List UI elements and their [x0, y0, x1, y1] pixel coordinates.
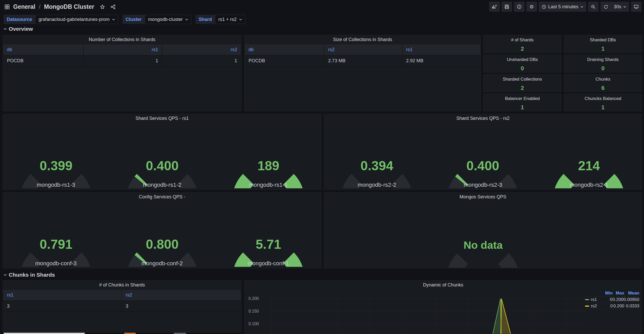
dashboard-settings-button[interactable]: ⚙ — [526, 2, 537, 12]
chevron-down-icon — [185, 18, 188, 21]
gauge-arc: 189 — [231, 122, 306, 188]
kiosk-mode-button[interactable] — [631, 2, 641, 12]
share-icon[interactable] — [111, 4, 115, 9]
cluster-value: mongodb-cluster — [148, 17, 183, 22]
gauge-value: 5.71 — [255, 237, 281, 252]
panel-title[interactable]: Number of Collections in Shards — [3, 35, 241, 44]
save-dashboard-button[interactable] — [502, 2, 512, 12]
panel-title[interactable]: # of Chunks in Shards — [3, 281, 241, 289]
panel-title[interactable]: Config Services QPS - — [3, 192, 321, 201]
panel-qps-rs2: Shard Services QPS - rs2 0.394 mongodb-r… — [324, 114, 642, 190]
series-name: rs2 — [591, 304, 597, 309]
gauge-label: mongodb-conf-1 — [216, 260, 321, 267]
y-axis-tick: 0.150 — [245, 309, 259, 314]
series-mean: 0.0333 — [624, 304, 639, 309]
gauge-arc: 0.791 — [19, 200, 94, 267]
stat-title[interactable]: # of Shards — [483, 37, 561, 43]
stat-value: 1 — [564, 45, 642, 52]
gauge-value: 214 — [578, 158, 600, 173]
no-data-label: No data — [463, 239, 503, 251]
refresh-interval-dropdown[interactable]: 30s — [611, 2, 629, 12]
variables-row: Datasource grafanacloud-gabrielantunes-p… — [4, 15, 245, 24]
legend-col-mean[interactable]: Mean — [624, 291, 639, 296]
chevron-down-icon — [112, 18, 115, 21]
gauge-arc: 5.71 — [231, 200, 306, 267]
cell-db: POCDB — [3, 56, 84, 67]
add-panel-button[interactable] — [489, 2, 500, 12]
table-row: POCDB 1 1 — [3, 56, 241, 67]
dashboards-grid-icon[interactable] — [5, 4, 10, 9]
legend-header: Min Max Mean — [585, 290, 639, 296]
y-axis-tick: 0.100 — [245, 322, 259, 326]
stat-title[interactable]: Balancer Enabled — [483, 96, 561, 101]
gauge-mongodb-conf-1: 5.71 mongodb-conf-1 — [216, 200, 321, 268]
table-collections-size: db rs2 rs1 POCDB 2.73 MB 2.92 MB — [245, 44, 480, 67]
gauge-label: mongodb-rs1-2 — [110, 182, 215, 188]
column-header-rs1[interactable]: rs1 — [3, 290, 122, 301]
stat-title[interactable]: Chunks — [564, 77, 642, 82]
stat-title[interactable]: Chuncks Balanced — [564, 96, 642, 101]
stat-title[interactable]: Unsharded DBs — [483, 57, 561, 62]
column-header-rs2[interactable]: rs2 — [122, 290, 241, 301]
row-header-overview[interactable]: Overview — [4, 26, 33, 32]
gauge-mongodb-rs1-2: 0.400 mongodb-rs1-2 — [110, 122, 215, 189]
gauge-value: 0.791 — [40, 237, 72, 252]
gauge-label: mongodb-rs2-2 — [324, 182, 429, 188]
panel-dynamic-chunks: Dynamic of Chunks 0.200 0.150 0.100 Min … — [244, 280, 642, 334]
cell-rs1: 3 — [3, 301, 122, 312]
column-header-rs1[interactable]: rs1 — [402, 44, 480, 56]
refresh-button[interactable] — [601, 2, 611, 12]
cell-rs1: 2.92 MB — [402, 56, 480, 67]
series-swatch — [585, 299, 589, 300]
clock-icon — [542, 5, 546, 9]
gauge-mongodb-conf-3: 0.791 mongodb-conf-3 — [3, 200, 108, 268]
row-header-label: Overview — [9, 26, 33, 32]
gauge-arc: No data — [440, 200, 526, 268]
gauge-mongos-no-data: No data — [324, 200, 642, 268]
legend-col-min[interactable]: Min — [601, 291, 613, 296]
cutoff-scrollbar-thumb[interactable] — [4, 333, 85, 334]
time-range-picker[interactable]: Last 5 minutes — [539, 2, 586, 12]
legend-col-max[interactable]: Max — [613, 291, 624, 296]
gauge-value: 0.394 — [361, 158, 393, 173]
stat-panel-sharded-dbs: Sharded DBs 1 — [564, 35, 642, 53]
stat-title[interactable]: Sharded Collections — [483, 77, 561, 82]
shard-dropdown[interactable]: rs1 + rs2 — [215, 15, 245, 24]
stat-panel-chunks: Chunks 6 — [564, 74, 642, 92]
stat-title[interactable]: Draining Shards — [564, 57, 642, 62]
column-header-db[interactable]: db — [245, 44, 324, 56]
column-header-rs1[interactable]: rs1 — [84, 44, 162, 56]
breadcrumb-section[interactable]: General — [13, 3, 35, 10]
zoom-out-time-button[interactable] — [588, 2, 599, 12]
panel-chunks-count: # of Chunks in Shards rs1 rs2 3 3 — [3, 280, 242, 332]
star-icon[interactable] — [100, 4, 105, 9]
stat-panel-draining-shards: Draining Shards 0 — [564, 55, 642, 73]
gauge-label: mongodb-conf-2 — [110, 260, 215, 267]
top-navbar: General / MongoDB Cluster ⚙ Last 5 minut… — [0, 0, 644, 13]
series-swatch — [585, 306, 589, 307]
panel-title[interactable]: Shard Services QPS - rs1 — [3, 114, 321, 123]
cell-rs2: 1 — [162, 56, 241, 67]
variable-cluster: Cluster mongodb-cluster — [122, 15, 191, 24]
cluster-dropdown[interactable]: mongodb-cluster — [145, 15, 191, 24]
cell-rs2: 2.73 MB — [324, 56, 402, 67]
panel-title[interactable]: Size of Collections in Shards — [244, 35, 481, 44]
panel-title[interactable]: Shard Services QPS - rs2 — [324, 114, 642, 123]
gauge-mongodb-rs2-2: 0.394 mongodb-rs2-2 — [324, 122, 429, 189]
stat-title[interactable]: Sharded DBs — [564, 37, 642, 43]
row-header-chunks[interactable]: Chunks in Shards — [4, 272, 55, 278]
column-header-db[interactable]: db — [3, 44, 84, 56]
time-series-plot[interactable] — [244, 281, 642, 334]
cell-db: POCDB — [245, 56, 324, 67]
series-min: 0 — [601, 304, 613, 309]
stat-panel-num-shards: # of Shards 2 — [483, 35, 562, 53]
panel-title[interactable]: Mongos Services QPS — [324, 192, 642, 201]
y-axis-tick: 0.200 — [245, 296, 259, 301]
datasource-dropdown[interactable]: grafanacloud-gabrielantunes-prom — [35, 15, 118, 24]
variable-datasource: Datasource grafanacloud-gabrielantunes-p… — [4, 15, 118, 24]
column-header-rs2[interactable]: rs2 — [162, 44, 241, 56]
dashboard-info-button[interactable] — [514, 2, 524, 12]
variable-label: Shard — [196, 15, 215, 24]
gear-icon: ⚙ — [529, 4, 534, 9]
column-header-rs2[interactable]: rs2 — [324, 44, 402, 56]
